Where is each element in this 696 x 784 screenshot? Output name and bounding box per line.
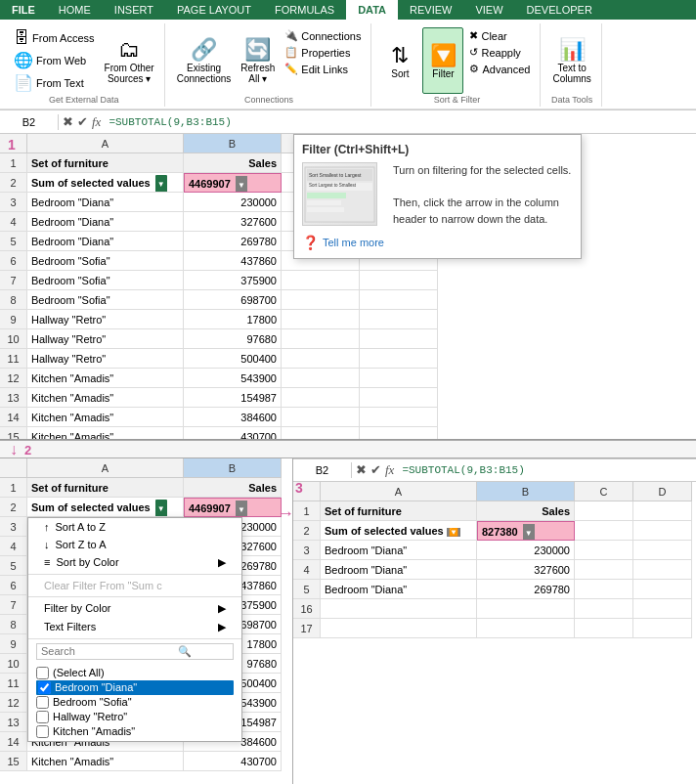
row-num: 4 (0, 537, 27, 556)
kitchen-amadis-checkbox[interactable] (36, 725, 49, 738)
tab-file[interactable]: FILE (0, 0, 47, 20)
row-num: 13 (0, 713, 27, 732)
checkbox-kitchen-amadis[interactable]: Kitchen "Amadis" (36, 724, 234, 739)
bedroom-sofia-checkbox[interactable] (36, 696, 49, 709)
formula-input[interactable]: =SUBTOTAL(9,B3:B15) (105, 114, 696, 130)
tooltip-image: Sort Smallest to Largest Sort Largest to… (302, 162, 377, 226)
clear-button[interactable]: ✖ Clear (465, 27, 534, 44)
formula-input-3[interactable]: =SUBTOTAL(9,B3:B15) (398, 462, 696, 478)
confirm-icon[interactable]: ✔ (77, 114, 88, 129)
row-num: 5 (293, 580, 321, 599)
bottom-area: A B 1 Set of furniture Sales 2 Sum of se… (0, 458, 696, 784)
bedroom-diana-checkbox[interactable] (38, 681, 51, 694)
filter-by-color-item[interactable]: Filter by Color ▶ (28, 599, 241, 618)
sales-cell: 430700 (184, 427, 282, 440)
fx-icon-3[interactable]: fx (385, 462, 394, 478)
sort-by-color-item[interactable]: ≡ Sort by Color ▶ (28, 553, 241, 572)
sales-cell: 375900 (184, 271, 282, 290)
from-web-label: From Web (36, 55, 86, 66)
reapply-button[interactable]: ↺ Reapply (465, 44, 534, 61)
filter-arrow-b3[interactable]: ▼ (523, 524, 535, 541)
sum-value-3[interactable]: 827380 ▼ (477, 521, 575, 541)
tab-data[interactable]: DATA (346, 0, 398, 20)
cancel-icon-3[interactable]: ✖ (356, 462, 367, 477)
set-name-cell: Hallway "Retro" (27, 310, 184, 329)
row-num: 15 (0, 427, 27, 440)
sort-icon: ⇅ (391, 43, 409, 68)
row-num: 14 (0, 408, 27, 427)
confirm-icon-3[interactable]: ✔ (370, 462, 381, 477)
advanced-button[interactable]: ⚙ Advanced (465, 61, 534, 77)
checkbox-select-all[interactable]: (Select All) (36, 666, 234, 680)
tab-developer[interactable]: DEVELOPER (515, 0, 604, 20)
cell-reference[interactable]: B2 (0, 114, 59, 130)
from-other-sources-button[interactable]: 🗂 From OtherSources ▾ (101, 27, 158, 94)
col-header-b[interactable]: B (184, 134, 282, 153)
select-all-checkbox[interactable] (36, 667, 49, 679)
sort-filter-label: Sort & Filter (434, 95, 481, 105)
from-text-button[interactable]: 📄 From Text (10, 71, 99, 94)
sales-cell: 543900 (184, 369, 282, 388)
tab-home[interactable]: HOME (47, 0, 103, 20)
sum-value-cell[interactable]: 4469907 ▼ (184, 173, 282, 193)
row-num: 1 (0, 478, 27, 498)
sort-button[interactable]: ⇅ Sort (379, 27, 420, 94)
checkbox-bedroom-sofia[interactable]: Bedroom "Sofia" (36, 695, 234, 710)
dropdown-a2[interactable]: ▼ (155, 500, 167, 517)
col-header-a[interactable]: A (27, 134, 184, 153)
from-access-button[interactable]: 🗄 From Access (10, 27, 99, 49)
refresh-all-button[interactable]: 🔄 RefreshAll ▾ (237, 27, 279, 94)
filter-icon-sum3[interactable]: 🔽 (447, 528, 460, 537)
col-headers-2: A B (0, 458, 292, 478)
sort-color-arrow: ▶ (218, 556, 226, 569)
tab-review[interactable]: REVIEW (398, 0, 463, 20)
set-header: Set of furniture (27, 478, 184, 498)
properties-button[interactable]: 📋 Properties (281, 44, 365, 61)
col-header-b3[interactable]: B (477, 482, 575, 501)
existing-connections-label: ExistingConnections (177, 63, 232, 84)
col-header-d3[interactable]: D (633, 482, 692, 501)
tab-formulas[interactable]: FORMULAS (263, 0, 346, 20)
col-header-b2[interactable]: B (184, 458, 282, 478)
col-header-a3[interactable]: A (321, 482, 477, 501)
filter-button[interactable]: 🔽 Filter (422, 27, 463, 94)
tab-view[interactable]: VIEW (463, 0, 514, 20)
filter-arrow-b[interactable]: ▼ (236, 176, 247, 193)
checkbox-hallway-retro[interactable]: Hallway "Retro" (36, 710, 234, 724)
tooltip-title: Filter (Ctrl+Shift+L) (302, 143, 573, 156)
existing-connections-button[interactable]: 🔗 ExistingConnections (173, 27, 236, 94)
text-to-columns-button[interactable]: 📊 Text toColumns (548, 27, 594, 94)
tab-insert[interactable]: INSERT (103, 0, 165, 20)
col-header-a2[interactable]: A (27, 458, 184, 478)
filter-label: Filter (432, 68, 454, 79)
filter-search-input[interactable] (41, 645, 178, 657)
sum-label-cell: Sum of selected values ▼ (27, 173, 184, 193)
from-web-button[interactable]: 🌐 From Web (10, 49, 99, 71)
cancel-icon[interactable]: ✖ (63, 114, 73, 129)
properties-icon: 📋 (284, 46, 298, 59)
sort-a-to-z-item[interactable]: ↑ Sort A to Z (28, 518, 241, 536)
svg-rect-4 (307, 200, 341, 205)
cell-ref-3[interactable]: B2 (293, 462, 352, 478)
step-number-1: 1 (8, 137, 16, 152)
sf-col: ✖ Clear ↺ Reapply ⚙ Advanced (465, 27, 534, 91)
set-name-cell: Bedroom "Diana" (27, 193, 184, 212)
connections-button[interactable]: 🔌 Connections (281, 27, 365, 44)
sum-value-2[interactable]: 4469907 ▼ (184, 498, 282, 517)
text-filters-item[interactable]: Text Filters ▶ (28, 618, 241, 636)
col-header-c3[interactable]: C (575, 482, 633, 501)
filter-dropdown-a[interactable]: ▼ (155, 175, 167, 193)
table-row: 2 Sum of selected values ▼ 4469907 ▼ (0, 498, 292, 517)
filter-arrow-b2[interactable]: ▼ (236, 501, 247, 517)
refresh-icon: 🔄 (244, 37, 271, 63)
table-row: 15Kitchen "Amadis"430700 (0, 752, 292, 771)
formula-bar-3: B2 ✖ ✔ fx =SUBTOTAL(9,B3:B15) (293, 458, 696, 482)
insert-function-icon[interactable]: fx (92, 114, 101, 130)
row-num: 9 (0, 634, 27, 654)
checkbox-bedroom-diana[interactable]: Bedroom "Diana" (36, 680, 234, 695)
tab-page-layout[interactable]: PAGE LAYOUT (165, 0, 263, 20)
tell-me-more-link[interactable]: ❓ Tell me more (302, 235, 573, 250)
edit-links-button[interactable]: ✏️ Edit Links (281, 61, 365, 77)
hallway-retro-checkbox[interactable] (36, 711, 49, 723)
sort-z-to-a-item[interactable]: ↓ Sort Z to A (28, 536, 241, 553)
